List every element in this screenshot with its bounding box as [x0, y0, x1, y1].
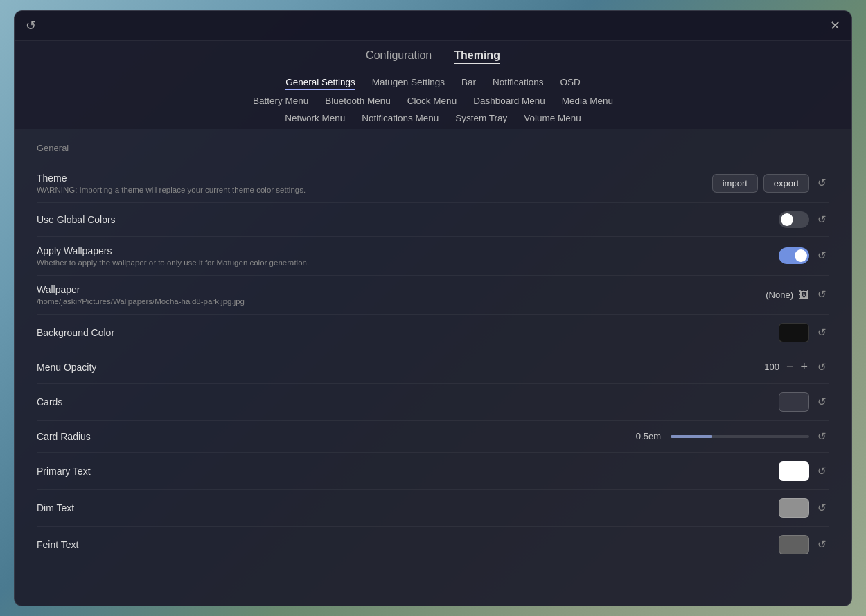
sub-tabs-row-1: General Settings Matugen Settings Bar No…	[285, 76, 580, 90]
background-color-label-group: Background Color	[37, 327, 114, 338]
sub-tabs-row-3: Network Menu Notifications Menu System T…	[285, 112, 581, 125]
sub-tabs-row-2: Battery Menu Bluetooth Menu Clock Menu D…	[253, 94, 613, 107]
tab-header: Configuration Theming General Settings M…	[15, 41, 851, 129]
menu-opacity-minus[interactable]: −	[785, 360, 795, 374]
sub-tab-clock-menu[interactable]: Clock Menu	[407, 94, 457, 107]
background-color-controls: ↺	[779, 323, 829, 342]
titlebar-left: ↺	[26, 18, 36, 33]
wallpaper-controls: (None) 🖼 ↺	[766, 287, 829, 302]
wallpaper-file-icon[interactable]: 🖼	[799, 289, 809, 301]
sub-tab-media-menu[interactable]: Media Menu	[562, 94, 613, 107]
menu-opacity-label-group: Menu Opacity	[37, 362, 96, 373]
wallpaper-none-value: (None)	[766, 290, 793, 300]
wallpaper-label-group: Wallpaper /home/jaskir/Pictures/Wallpape…	[37, 284, 245, 306]
feint-text-reset[interactable]: ↺	[815, 537, 829, 552]
primary-text-label-group: Primary Text	[37, 466, 91, 477]
setting-row-background-color: Background Color ↺	[37, 315, 829, 351]
menu-opacity-reset[interactable]: ↺	[815, 360, 829, 375]
setting-row-wallpaper: Wallpaper /home/jaskir/Pictures/Wallpape…	[37, 276, 829, 315]
setting-row-dim-text: Dim Text ↺	[37, 490, 829, 527]
refresh-icon[interactable]: ↺	[26, 18, 36, 33]
sub-tab-bar[interactable]: Bar	[461, 76, 476, 90]
global-colors-controls: ↺	[779, 211, 829, 228]
setting-row-cards: Cards ↺	[37, 384, 829, 421]
global-colors-reset[interactable]: ↺	[815, 212, 829, 227]
section-title: General	[37, 143, 69, 153]
cards-label-group: Cards	[37, 396, 62, 407]
apply-wallpapers-toggle[interactable]	[779, 247, 809, 264]
apply-wallpapers-label: Apply Wallpapers	[37, 245, 309, 256]
sub-tab-dashboard-menu[interactable]: Dashboard Menu	[473, 94, 545, 107]
background-color-swatch[interactable]	[779, 323, 809, 342]
theme-controls: import export ↺	[712, 174, 829, 193]
feint-text-label-group: Feint Text	[37, 539, 78, 550]
dim-text-swatch[interactable]	[779, 498, 809, 518]
section-header: General	[37, 143, 829, 153]
theme-desc: WARNING: Importing a theme will replace …	[37, 186, 306, 194]
sub-tab-matugen-settings[interactable]: Matugen Settings	[372, 76, 445, 90]
cards-controls: ↺	[779, 392, 829, 412]
main-tabs: Configuration Theming	[366, 49, 500, 64]
setting-row-menu-opacity: Menu Opacity 100 − + ↺	[37, 351, 829, 384]
setting-row-feint-text: Feint Text ↺	[37, 527, 829, 563]
sub-tab-bluetooth-menu[interactable]: Bluetooth Menu	[325, 94, 391, 107]
content-area: General Theme WARNING: Importing a theme…	[15, 129, 851, 606]
setting-row-primary-text: Primary Text ↺	[37, 453, 829, 490]
setting-row-apply-wallpapers: Apply Wallpapers Whether to apply the wa…	[37, 237, 829, 276]
cards-color-swatch[interactable]	[779, 392, 809, 412]
main-window: ↺ ✕ Configuration Theming General Settin…	[14, 10, 852, 606]
menu-opacity-plus[interactable]: +	[799, 360, 809, 374]
theme-label-group: Theme WARNING: Importing a theme will re…	[37, 173, 306, 194]
tab-configuration[interactable]: Configuration	[366, 49, 432, 64]
cards-reset[interactable]: ↺	[815, 394, 829, 410]
dim-text-label: Dim Text	[37, 502, 74, 513]
card-radius-reset[interactable]: ↺	[815, 429, 829, 444]
dim-text-label-group: Dim Text	[37, 502, 74, 513]
close-icon[interactable]: ✕	[830, 18, 840, 33]
global-colors-label: Use Global Colors	[37, 214, 116, 225]
wallpaper-reset[interactable]: ↺	[815, 287, 829, 302]
primary-text-reset[interactable]: ↺	[815, 464, 829, 479]
global-colors-label-group: Use Global Colors	[37, 214, 116, 225]
apply-wallpapers-desc: Whether to apply the wallpaper or to onl…	[37, 258, 309, 267]
primary-text-controls: ↺	[779, 461, 829, 481]
sub-tab-network-menu[interactable]: Network Menu	[285, 112, 345, 125]
setting-row-theme: Theme WARNING: Importing a theme will re…	[37, 164, 829, 203]
sub-tab-general-settings[interactable]: General Settings	[285, 76, 355, 90]
apply-wallpapers-label-group: Apply Wallpapers Whether to apply the wa…	[37, 245, 309, 267]
primary-text-swatch[interactable]	[779, 461, 809, 481]
sub-tab-volume-menu[interactable]: Volume Menu	[524, 112, 581, 125]
background-color-label: Background Color	[37, 327, 114, 338]
menu-opacity-label: Menu Opacity	[37, 362, 96, 373]
card-radius-slider[interactable]	[671, 435, 809, 438]
sub-tab-system-tray[interactable]: System Tray	[455, 112, 507, 125]
card-radius-label: Card Radius	[37, 431, 91, 442]
wallpaper-path: /home/jaskir/Pictures/Wallpapers/Mocha-h…	[37, 297, 245, 306]
background-color-reset[interactable]: ↺	[815, 325, 829, 340]
theme-label: Theme	[37, 173, 306, 184]
global-colors-toggle[interactable]	[779, 211, 809, 228]
menu-opacity-value: 100	[752, 362, 779, 372]
theme-reset-button[interactable]: ↺	[815, 175, 829, 191]
setting-row-card-radius: Card Radius 0.5em ↺	[37, 421, 829, 453]
global-colors-knob	[781, 213, 793, 226]
sub-tab-notifications-menu[interactable]: Notifications Menu	[362, 112, 439, 125]
dim-text-reset[interactable]: ↺	[815, 500, 829, 516]
titlebar: ↺ ✕	[15, 11, 851, 41]
sub-tab-notifications[interactable]: Notifications	[493, 76, 544, 90]
tab-theming[interactable]: Theming	[454, 49, 500, 64]
card-radius-label-group: Card Radius	[37, 431, 91, 442]
export-button[interactable]: export	[763, 174, 809, 193]
menu-opacity-inc-dec: − +	[785, 360, 809, 374]
feint-text-swatch[interactable]	[779, 535, 809, 554]
sub-tab-battery-menu[interactable]: Battery Menu	[253, 94, 308, 107]
import-button[interactable]: import	[712, 174, 758, 193]
card-radius-value: 0.5em	[636, 431, 661, 441]
apply-wallpapers-reset[interactable]: ↺	[815, 248, 829, 263]
apply-wallpapers-controls: ↺	[779, 247, 829, 264]
sub-tab-osd[interactable]: OSD	[560, 76, 580, 90]
card-radius-controls: 0.5em ↺	[636, 429, 829, 444]
primary-text-label: Primary Text	[37, 466, 91, 477]
cards-label: Cards	[37, 396, 62, 407]
feint-text-controls: ↺	[779, 535, 829, 554]
